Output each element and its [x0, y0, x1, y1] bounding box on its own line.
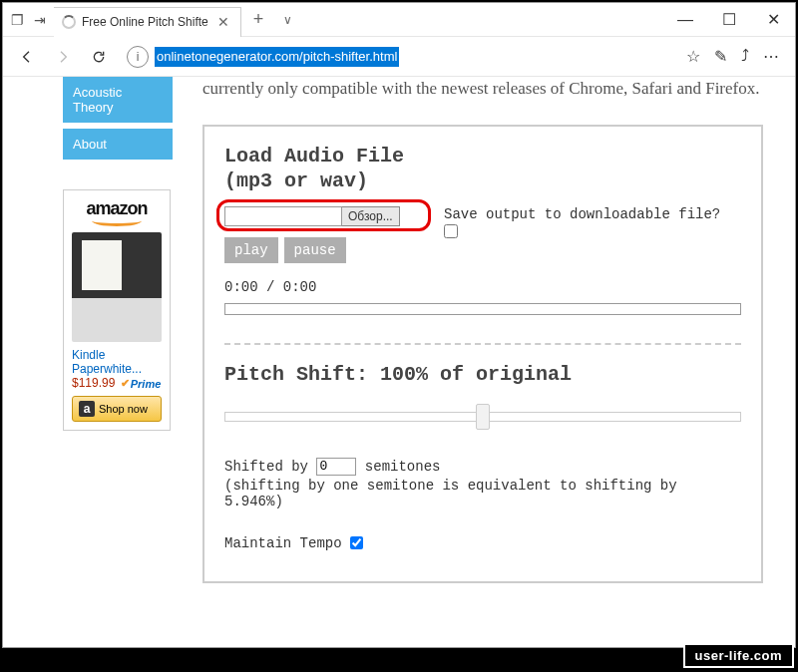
nav-bar: i onlinetonegenerator.com/pitch-shifter.… — [3, 37, 795, 77]
tab-title: Free Online Pitch Shifte — [82, 15, 208, 29]
file-input[interactable]: Обзор... — [224, 206, 400, 226]
semitones-input[interactable] — [316, 458, 356, 476]
main-column: currently only compatible with the newes… — [202, 77, 763, 583]
sidebar: Acoustic Theory About amazon KindlePaper… — [63, 77, 173, 431]
close-tab-icon[interactable]: ✕ — [214, 14, 232, 30]
tab-preview-icon[interactable]: ❐ — [11, 12, 24, 28]
loading-spinner-icon — [62, 15, 76, 29]
tab-action-group: ❐ ⇥ — [3, 12, 54, 28]
notes-icon[interactable]: ✎ — [714, 47, 727, 66]
refresh-button[interactable] — [83, 41, 115, 73]
intro-text: currently only compatible with the newes… — [202, 77, 763, 101]
minimize-button[interactable]: — — [663, 5, 707, 35]
ad-price: $119.99 — [72, 376, 115, 390]
page-content: Acoustic Theory About amazon KindlePaper… — [3, 77, 795, 647]
tab-menu-icon[interactable]: ∨ — [275, 13, 300, 27]
window-controls: — ☐ ✕ — [663, 5, 795, 35]
share-icon[interactable]: ⤴ — [741, 47, 749, 66]
load-heading: Load Audio File — [224, 145, 741, 168]
semitone-note: (shifting by one semitone is equivalent … — [224, 478, 741, 509]
title-bar: ❐ ⇥ Free Online Pitch Shifte ✕ + ∨ — ☐ ✕ — [3, 3, 795, 37]
load-subheading: (mp3 or wav) — [224, 169, 741, 192]
tempo-checkbox[interactable] — [350, 536, 363, 549]
file-path-field[interactable] — [224, 206, 342, 226]
more-icon[interactable]: ⋯ — [763, 47, 779, 66]
save-output-label: Save output to downloadable file? — [444, 206, 720, 222]
address-bar[interactable]: i onlinetonegenerator.com/pitch-shifter.… — [127, 42, 674, 72]
favorites-icon[interactable]: ☆ — [686, 47, 700, 66]
maximize-button[interactable]: ☐ — [707, 5, 751, 35]
back-button[interactable] — [11, 41, 43, 73]
ad-product-title: KindlePaperwhite... — [72, 348, 162, 376]
forward-button[interactable] — [47, 41, 79, 73]
pitch-heading: Pitch Shift: 100% of original — [224, 363, 741, 386]
semitone-row: Shifted by semitones — [224, 458, 741, 476]
site-info-icon[interactable]: i — [127, 46, 149, 68]
save-output-checkbox-wrap — [444, 224, 458, 243]
divider — [224, 343, 741, 345]
kindle-image — [72, 232, 162, 342]
progress-bar[interactable] — [224, 303, 741, 315]
pitch-thumb[interactable] — [476, 404, 490, 430]
amazon-logo: amazon — [72, 198, 162, 226]
pitch-slider[interactable] — [224, 404, 741, 430]
url-text: onlinetonegenerator.com/pitch-shifter.ht… — [155, 47, 399, 67]
play-button[interactable]: play — [224, 237, 278, 263]
shop-now-button[interactable]: a Shop now — [72, 396, 162, 422]
tempo-row: Maintain Tempo — [224, 535, 741, 551]
tempo-label: Maintain Tempo — [224, 535, 342, 551]
amazon-ad[interactable]: amazon KindlePaperwhite... $119.99 Prime… — [63, 189, 171, 431]
watermark: user-life.com — [683, 643, 794, 668]
sidebar-item-acoustic-theory[interactable]: Acoustic Theory — [63, 77, 173, 123]
amazon-a-icon: a — [79, 401, 95, 417]
new-tab-button[interactable]: + — [241, 9, 276, 30]
save-output-checkbox[interactable] — [444, 224, 458, 238]
close-window-button[interactable]: ✕ — [751, 5, 795, 35]
toolbar-right: ☆ ✎ ⤴ ⋯ — [686, 47, 787, 66]
sidebar-item-about[interactable]: About — [63, 129, 173, 160]
controls-panel: Load Audio File (mp3 or wav) Обзор... Sa… — [202, 125, 763, 583]
time-display: 0:00 / 0:00 — [224, 279, 741, 295]
prime-badge: Prime — [121, 377, 162, 390]
browser-tab[interactable]: Free Online Pitch Shifte ✕ — [54, 7, 241, 37]
file-row: Обзор... Save output to downloadable fil… — [224, 206, 741, 231]
pause-button[interactable]: pause — [284, 237, 346, 263]
playback-controls: play pause — [224, 237, 741, 263]
tab-aside-icon[interactable]: ⇥ — [34, 12, 46, 28]
browse-button[interactable]: Обзор... — [342, 206, 400, 226]
